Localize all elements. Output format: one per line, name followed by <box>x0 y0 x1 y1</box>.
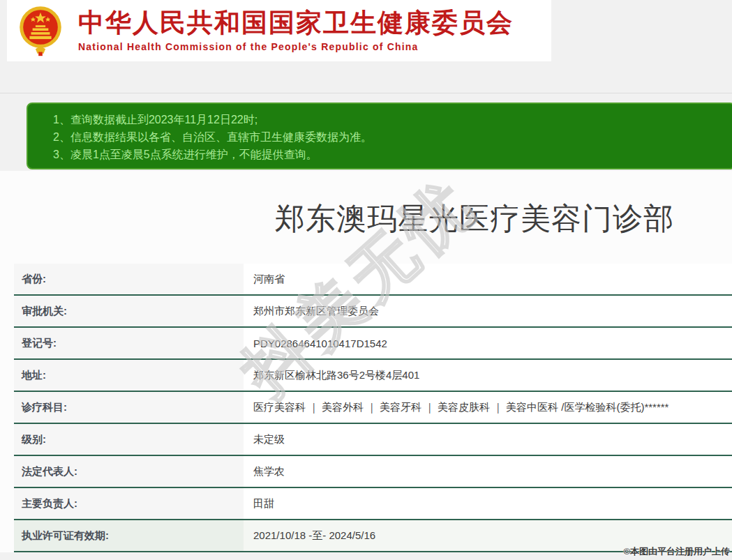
row-label: 诊疗科目: <box>14 392 244 423</box>
table-row: 诊疗科目: 医疗美容科 ｜ 美容外科 ｜ 美容牙科 ｜ 美容皮肤科 ｜ 美容中医… <box>14 392 732 424</box>
row-label: 审批机关: <box>14 296 244 326</box>
row-value: 河南省 <box>244 264 732 294</box>
row-label: 级别: <box>14 424 244 455</box>
row-label: 主要负责人: <box>14 488 244 519</box>
row-value: 医疗美容科 ｜ 美容外科 ｜ 美容牙科 ｜ 美容皮肤科 ｜ 美容中医科 /医学检… <box>244 392 732 423</box>
header-divider <box>0 93 732 93</box>
row-value: 郑州市郑东新区管理委员会 <box>244 296 732 326</box>
institution-info-table: 省份: 河南省 审批机关: 郑州市郑东新区管理委员会 登记号: PDY02864… <box>14 264 732 552</box>
upload-attribution-watermark: ©本图由平台注册用户上传 <box>623 545 730 558</box>
row-value: PDY02864641010417D1542 <box>244 328 732 358</box>
table-row: 法定代表人: 焦学农 <box>14 456 732 488</box>
institution-name-title: 郑东澳玛星光医疗美容门诊部 <box>237 199 712 239</box>
row-label: 地址: <box>14 360 244 391</box>
row-value: 未定级 <box>244 424 732 455</box>
table-row: 登记号: PDY02864641010417D1542 <box>14 328 732 360</box>
table-row: 地址: 郑东新区榆林北路36号2号楼4层401 <box>14 360 732 392</box>
notice-banner: 1、查询数据截止到2023年11月12日22时; 2、信息数据结果以各省、自治区… <box>27 103 732 169</box>
table-row: 级别: 未定级 <box>14 424 732 456</box>
row-label: 法定代表人: <box>14 456 244 487</box>
row-value: 焦学农 <box>244 456 732 487</box>
table-row: 审批机关: 郑州市郑东新区管理委员会 <box>14 296 732 328</box>
notice-line-2: 2、信息数据结果以各省、自治区、直辖市卫生健康委数据为准。 <box>53 128 732 146</box>
row-value: 田甜 <box>244 488 732 519</box>
national-emblem-icon <box>15 3 66 58</box>
row-label: 登记号: <box>14 328 244 358</box>
row-label: 执业许可证有效期: <box>14 520 244 551</box>
table-row: 省份: 河南省 <box>14 264 732 296</box>
site-title-chinese: 中华人民共和国国家卫生健康委员会 <box>78 9 514 38</box>
notice-line-1: 1、查询数据截止到2023年11月12日22时; <box>53 111 732 128</box>
site-title-english: National Health Commission of the People… <box>78 41 514 52</box>
table-row: 主要负责人: 田甜 <box>14 488 732 520</box>
row-label: 省份: <box>14 264 244 294</box>
site-header: 中华人民共和国国家卫生健康委员会 National Health Commiss… <box>7 0 551 61</box>
notice-line-3: 3、凌晨1点至凌晨5点系统进行维护，不能提供查询。 <box>53 146 732 163</box>
query-result-panel: 郑东澳玛星光医疗美容门诊部 省份: 河南省 审批机关: 郑州市郑东新区管理委员会… <box>0 171 732 552</box>
row-value: 郑东新区榆林北路36号2号楼4层401 <box>244 360 732 391</box>
